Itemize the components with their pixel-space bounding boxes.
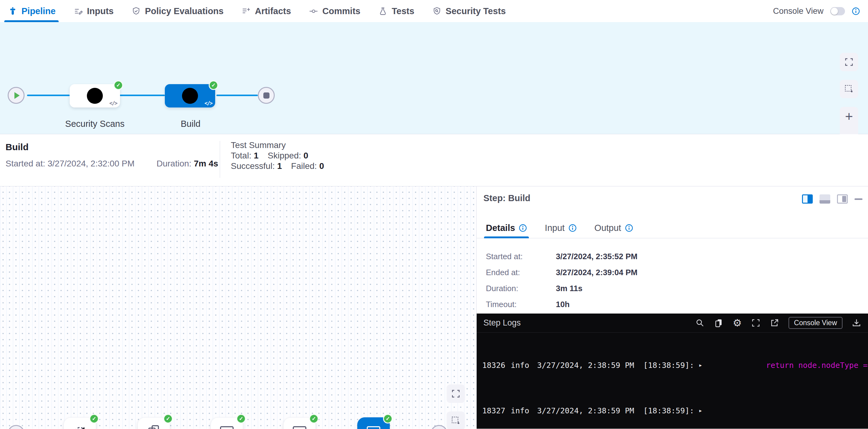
nav-tab-tests[interactable]: Tests bbox=[378, 0, 414, 22]
nav-tab-artifacts[interactable]: Artifacts bbox=[241, 0, 291, 22]
console-view-label: Console View bbox=[773, 6, 824, 16]
detail-label: Timeout: bbox=[486, 299, 556, 309]
nav-tab-label: Policy Evaluations bbox=[145, 6, 223, 16]
marquee-select-icon bbox=[844, 84, 854, 94]
detail-value: 3/27/2024, 2:35:52 PM bbox=[556, 251, 638, 261]
step-details-panel: Step: Build Details Input Output Started… bbox=[476, 186, 868, 429]
log-line-number: 18327 bbox=[482, 405, 507, 417]
detail-value: 3m 11s bbox=[556, 283, 638, 293]
step-node-build[interactable]: </> ✓ bbox=[357, 417, 390, 429]
test-summary: Test Summary Total: 1 Skipped: 0 Success… bbox=[231, 140, 324, 171]
detail-label: Started at: bbox=[486, 251, 556, 261]
tab-input[interactable]: Input bbox=[545, 218, 577, 238]
summary-divider bbox=[220, 141, 220, 178]
tab-label: Input bbox=[545, 223, 565, 233]
nav-tab-pipeline[interactable]: Pipeline bbox=[8, 0, 56, 22]
nav-tabs: Pipeline Inputs Policy Evaluations Artif… bbox=[8, 0, 506, 22]
top-navigation: Pipeline Inputs Policy Evaluations Artif… bbox=[0, 0, 868, 22]
console-view-button[interactable]: Console View bbox=[788, 317, 842, 329]
step-node-initialize[interactable]: </> ✓ bbox=[64, 417, 96, 429]
layout-right-split-button[interactable] bbox=[802, 194, 813, 204]
step-logs-title: Step Logs bbox=[484, 318, 521, 328]
info-icon[interactable] bbox=[568, 224, 577, 232]
detail-label: Ended at: bbox=[486, 268, 556, 277]
info-icon[interactable] bbox=[625, 224, 633, 232]
log-lines[interactable]: 18326info3/27/2024, 2:38:59 PM[18:38:59]… bbox=[477, 333, 868, 429]
canvas-marquee-button[interactable] bbox=[446, 411, 465, 429]
details-table: Started at: 3/27/2024, 2:35:52 PM Ended … bbox=[486, 251, 638, 309]
stage-graph-canvas: </> ✓ </> ✓ Security Scans Build + − bbox=[0, 22, 868, 134]
stage-node-security-scans[interactable]: </> ✓ bbox=[70, 84, 120, 108]
log-date: 3/27/2024, 2:38:59 PM bbox=[537, 360, 639, 371]
fullscreen-icon[interactable] bbox=[751, 318, 761, 328]
nav-tab-label: Tests bbox=[392, 6, 414, 16]
nav-tab-icon bbox=[309, 6, 318, 16]
code-tag-icon: </> bbox=[205, 100, 212, 106]
terminal-icon bbox=[218, 424, 236, 429]
step-node-clone-codebase[interactable]: </> ✓ bbox=[137, 417, 170, 429]
layout-floating-button[interactable] bbox=[837, 194, 848, 204]
detail-value: 3/27/2024, 2:39:04 PM bbox=[556, 268, 638, 277]
nav-tab-label: Security Tests bbox=[446, 6, 506, 16]
log-expand-arrow-icon[interactable]: ▸ bbox=[699, 360, 704, 371]
summary-duration: Duration: 7m 4s bbox=[157, 159, 218, 168]
step-logs-panel: Step Logs ⚙ Console View 18326info3/27/2… bbox=[477, 313, 868, 429]
terminal-icon bbox=[291, 424, 308, 429]
search-icon[interactable] bbox=[695, 318, 705, 328]
test-summary-title: Test Summary bbox=[231, 140, 324, 150]
edge bbox=[120, 95, 165, 96]
panel-tabs: Details Input Output bbox=[477, 218, 868, 238]
summary-title: Build bbox=[5, 142, 29, 152]
tab-output[interactable]: Output bbox=[594, 218, 633, 238]
ci-stage-icon bbox=[86, 87, 103, 104]
test-summary-row: Successful: 1 Failed: 0 bbox=[231, 161, 324, 171]
play-icon bbox=[14, 92, 20, 99]
console-view-toggle[interactable] bbox=[830, 7, 845, 16]
info-icon[interactable] bbox=[852, 7, 860, 16]
success-check-icon: ✓ bbox=[209, 81, 218, 90]
stage-node-build[interactable]: </> ✓ bbox=[165, 84, 215, 108]
zoom-in-button[interactable]: + bbox=[840, 107, 858, 126]
tab-label: Output bbox=[594, 223, 621, 233]
nav-tab-security-tests[interactable]: Security Tests bbox=[432, 0, 506, 22]
stop-icon bbox=[264, 92, 270, 99]
detail-label: Duration: bbox=[486, 283, 556, 293]
log-line: 18327info3/27/2024, 2:38:59 PM[18:38:59]… bbox=[477, 405, 868, 417]
open-external-icon[interactable] bbox=[770, 318, 779, 328]
log-line: 18326info3/27/2024, 2:38:59 PM[18:38:59]… bbox=[477, 360, 868, 371]
nav-tab-policy-evaluations[interactable]: Policy Evaluations bbox=[131, 0, 223, 22]
step-node-run-npm-tests[interactable]: </> ✓ bbox=[211, 417, 243, 429]
nav-tab-commits[interactable]: Commits bbox=[309, 0, 360, 22]
nav-tab-label: Pipeline bbox=[22, 6, 56, 16]
copy-icon[interactable] bbox=[714, 318, 723, 328]
nav-tab-icon bbox=[241, 6, 251, 16]
stage-label: Build bbox=[181, 119, 201, 129]
build-summary-bar: Build Started at: 3/27/2024, 2:32:00 PM … bbox=[0, 134, 868, 186]
clone-icon bbox=[145, 424, 162, 429]
layout-bottom-split-button[interactable] bbox=[819, 194, 830, 204]
settings-gear-icon[interactable]: ⚙ bbox=[733, 318, 742, 328]
canvas-fullscreen-button[interactable] bbox=[840, 53, 858, 71]
tab-details[interactable]: Details bbox=[486, 218, 527, 238]
detail-value: 10h bbox=[556, 299, 638, 309]
canvas-marquee-button[interactable] bbox=[840, 80, 858, 98]
download-logs-icon[interactable] bbox=[852, 318, 861, 328]
success-check-icon: ✓ bbox=[89, 414, 99, 424]
stage-end-node bbox=[431, 425, 447, 429]
pipeline-start-node bbox=[8, 87, 25, 104]
log-line-number: 18326 bbox=[482, 360, 507, 371]
marquee-select-icon bbox=[451, 416, 461, 426]
minimize-panel-button[interactable] bbox=[855, 198, 863, 200]
toggle-knob bbox=[831, 8, 838, 15]
panel-layout-controls bbox=[802, 194, 863, 204]
canvas-fullscreen-button[interactable] bbox=[446, 385, 465, 403]
log-expand-arrow-icon[interactable]: ▸ bbox=[699, 405, 704, 417]
nav-tab-inputs[interactable]: Inputs bbox=[73, 0, 114, 22]
log-level: info bbox=[511, 360, 530, 371]
nav-tab-label: Commits bbox=[322, 6, 360, 16]
success-check-icon: ✓ bbox=[163, 414, 173, 424]
success-check-icon: ✓ bbox=[236, 414, 246, 424]
info-icon[interactable] bbox=[519, 224, 527, 232]
step-node-install-build-dependencies[interactable]: </> ✓ bbox=[283, 417, 316, 429]
summary-started-at: Started at: 3/27/2024, 2:32:00 PM bbox=[5, 159, 134, 168]
